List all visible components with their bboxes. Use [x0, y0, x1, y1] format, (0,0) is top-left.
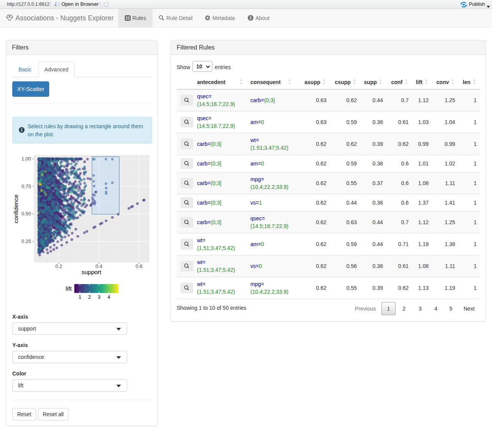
svg-text:0.75: 0.75: [22, 183, 31, 189]
svg-text:1.00: 1.00: [22, 156, 31, 162]
svg-text:lift: lift: [66, 285, 72, 292]
svg-text:4: 4: [108, 294, 110, 300]
svg-text:0.50: 0.50: [22, 211, 31, 217]
svg-text:confidence: confidence: [13, 195, 19, 223]
svg-text:0.25: 0.25: [22, 238, 31, 244]
svg-text:1: 1: [78, 294, 81, 300]
svg-text:2: 2: [88, 294, 91, 300]
svg-text:support: support: [81, 269, 101, 275]
svg-text:0.6: 0.6: [136, 263, 142, 269]
svg-text:0.4: 0.4: [95, 263, 102, 269]
svg-text:3: 3: [98, 294, 101, 300]
svg-text:0.2: 0.2: [55, 263, 62, 269]
